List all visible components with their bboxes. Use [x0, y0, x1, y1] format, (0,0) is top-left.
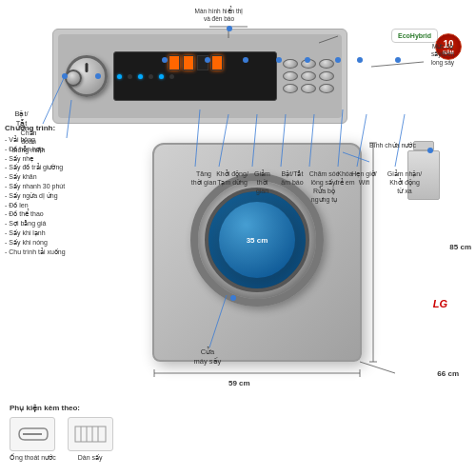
button-4[interactable]: [283, 71, 298, 81]
svg-line-22: [360, 362, 395, 373]
program-item: - Sợi bằng giá: [5, 219, 66, 228]
program-list: Chương trình: - Vải bông- Đồ hỗn hợp- Sấ…: [5, 124, 66, 256]
dot-2: [128, 74, 132, 79]
dot-6: [169, 74, 174, 79]
child-lock-label: Khóa trẻ em: [328, 169, 362, 187]
width-dim: 59 cm: [228, 379, 250, 387]
btn-group-2: [283, 71, 334, 81]
seg-1: [169, 55, 180, 70]
eco-label: EcoHybrid: [398, 32, 431, 39]
machine-door-inner: 35 cm: [205, 188, 309, 292]
program-item: - Sấy ngừa dị ứng: [5, 191, 66, 201]
button-7[interactable]: [283, 84, 298, 93]
button-6[interactable]: [319, 71, 334, 81]
door-size-label: 35 cm: [247, 236, 268, 245]
dot-boost: [162, 57, 168, 63]
rack-box: [68, 417, 113, 451]
level-label-text: Mức độ sấy/Đèn long sáy: [431, 43, 454, 66]
eco-badge: EcoHybrid: [391, 29, 438, 43]
button-5[interactable]: [301, 71, 316, 81]
display-dots: [117, 74, 273, 79]
dot-5: [159, 74, 164, 79]
program-item: - Chu trình tải xuống: [5, 248, 66, 257]
button-8[interactable]: [301, 84, 316, 93]
dot-power: [62, 73, 68, 79]
pipe-box: [10, 417, 55, 451]
accessories-title: Phụ kiện kèm theo:: [10, 404, 113, 412]
accessory-pipe: Ống thoát nước: [10, 417, 56, 462]
program-items: - Vải bông- Đồ hỗn hợp- Sấy nhẹ- Sấy đồ …: [5, 135, 66, 256]
accessories-section: Phụ kiện kèm theo: Ống thoát nước: [10, 404, 113, 462]
svg-rect-24: [75, 426, 106, 442]
dot-alarm: [276, 57, 282, 63]
water-tank-label: Bình chứa nước: [367, 141, 419, 149]
display-label-text: Màn hình hiển thị và đèn báo: [195, 8, 244, 22]
seg-2: [183, 55, 194, 70]
dot-start: [205, 57, 210, 63]
accessory-rack: Dàn sấy: [68, 417, 113, 462]
display-label: Màn hình hiển thị và đèn báo: [186, 8, 252, 24]
level-label: Mức độ sấy/Đèn long sáy: [414, 43, 471, 67]
buttons-area: [283, 59, 334, 93]
dot-1: [117, 74, 122, 79]
program-item: - Sấy đồ trải giường: [5, 163, 66, 172]
button-3[interactable]: [319, 59, 334, 69]
program-item: - Sấy khi nóng: [5, 238, 66, 248]
rack-icon: [73, 423, 108, 446]
program-item: - Sấy nhanh 30 phút: [5, 182, 66, 191]
door-label: Cửa máy sấy: [188, 347, 227, 367]
pipe-icon: [15, 425, 50, 444]
button-9[interactable]: [319, 84, 334, 93]
accessories-list: Ống thoát nước Dàn sấy: [10, 417, 113, 462]
btn-group-3: [283, 84, 334, 93]
power-button[interactable]: [65, 69, 82, 87]
dot-remote: [395, 57, 401, 63]
dot-4: [149, 74, 153, 79]
machine-door-glass: 35 cm: [219, 202, 295, 278]
dot-diagnose: [95, 73, 101, 79]
dot-child: [335, 57, 341, 63]
dot-display: [227, 26, 232, 31]
program-item: - Sấy nhẹ: [5, 154, 66, 164]
program-title: Chương trình:: [5, 124, 66, 132]
program-item: - Đồ len: [5, 201, 66, 210]
display-panel: [113, 51, 277, 101]
program-item: - Vải bông: [5, 135, 66, 145]
dot-water: [427, 148, 433, 153]
rack-label: Dàn sấy: [78, 454, 103, 462]
seg-4: [211, 55, 223, 70]
depth-dim: 66 cm: [437, 369, 459, 378]
main-container: EcoHybrid 10 NĂM 35 cm LG: [0, 0, 476, 476]
brand-logo: LG: [433, 298, 447, 309]
dot-door: [230, 295, 236, 301]
button-1[interactable]: [283, 59, 298, 69]
program-item: - Đồ hỗn hợp: [5, 145, 66, 154]
height-dim: 85 cm: [449, 243, 471, 251]
display-row-1: [117, 55, 273, 70]
pipe-label: Ống thoát nước: [10, 454, 56, 462]
remote-start-label: Giảm nhận/ Khởi động từ xa: [381, 169, 428, 195]
program-item: - Đồ thể thao: [5, 209, 66, 219]
dot-care: [305, 57, 310, 63]
program-item: - Sấy khi lạnh: [5, 228, 66, 238]
dot-3: [138, 74, 143, 79]
dot-timer: [357, 57, 363, 63]
dot-dec: [243, 57, 248, 63]
program-item: - Sấy khăn: [5, 172, 66, 182]
